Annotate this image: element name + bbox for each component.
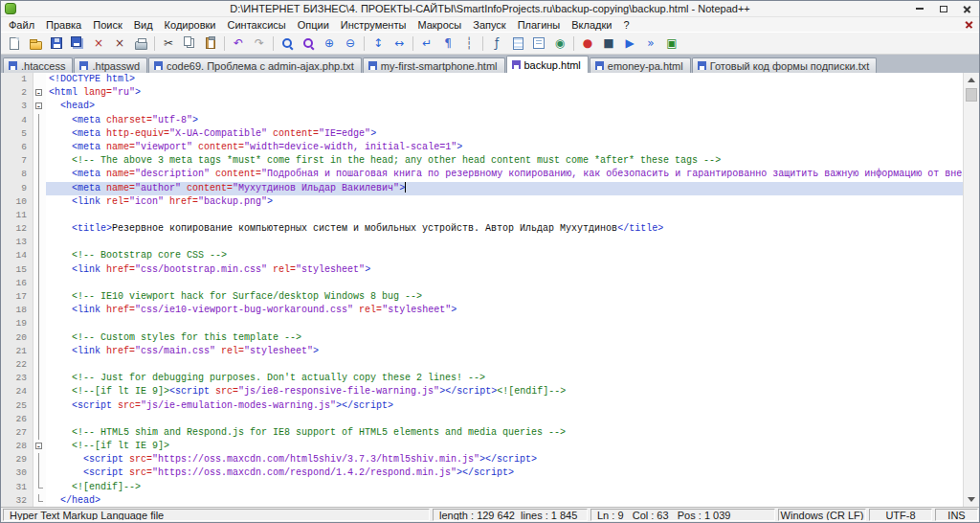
editor-line[interactable]: 10 <link rel="icon" href="backup.png"> (1, 195, 963, 209)
macro-stop-button[interactable]: ■ (599, 34, 618, 53)
status-eol-format[interactable]: Windows (CR LF) (778, 509, 866, 521)
editor-line[interactable]: 17 <!-- IE10 viewport hack for Surface/d… (1, 290, 963, 304)
show-all-chars-button[interactable]: ¶ (438, 34, 457, 53)
cut-button[interactable]: ✂ (159, 34, 178, 53)
editor-line[interactable]: 32 </head> (1, 494, 963, 507)
editor-line[interactable]: 6 <meta name="viewport" content="width=d… (1, 141, 963, 154)
fold-collapse-icon[interactable]: - (35, 102, 42, 109)
editor-line[interactable]: 21 <link href="css/main.css" rel="styles… (1, 345, 963, 358)
editor-line[interactable]: 16 (1, 277, 963, 290)
menu-tabs[interactable]: Вкладки (566, 19, 617, 31)
menu-search[interactable]: Поиск (87, 19, 127, 31)
tab-subscribe-form[interactable]: Готовый код формы подписки.txt (692, 57, 878, 73)
monitoring-button[interactable]: ◉ (550, 34, 569, 53)
status-insert-mode[interactable]: INS (935, 509, 978, 521)
function-list-button[interactable]: ƒ (487, 34, 506, 53)
fold-margin[interactable]: - (33, 100, 46, 113)
fold-collapse-icon[interactable]: - (35, 443, 42, 449)
macro-record-button[interactable]: ● (578, 34, 597, 53)
editor-line[interactable]: 24 <!--[if lt IE 9]><script src="js/ie8-… (1, 385, 963, 398)
menu-language[interactable]: Синтаксисы (222, 19, 292, 31)
macro-play-button[interactable]: ▶ (620, 34, 639, 53)
tab-code69[interactable]: code69. Проблема с admin-ajax.php.txt (148, 57, 362, 73)
editor-line[interactable]: 26 (1, 413, 963, 426)
open-folder-button[interactable] (26, 34, 45, 53)
editor[interactable]: 1<!DOCTYPE html>2-<html lang="ru">3- <he… (1, 73, 963, 507)
editor-line[interactable]: 19 (1, 317, 963, 330)
close-button[interactable]: × (89, 34, 108, 53)
editor-line[interactable]: 11 (1, 209, 963, 222)
editor-line[interactable]: 4 <meta charset="utf-8"> (1, 114, 963, 127)
editor-line[interactable]: 2-<html lang="ru"> (1, 86, 963, 100)
fold-margin[interactable]: - (33, 86, 46, 100)
macro-run-multiple-button[interactable]: » (641, 34, 660, 53)
zoom-out-button[interactable]: ⊖ (341, 34, 360, 53)
editor-line[interactable]: 31 <![endif]--> (1, 481, 963, 494)
editor-line[interactable]: 18 <link href="css/ie10-viewport-bug-wor… (1, 304, 963, 317)
doc-list-button[interactable] (529, 34, 548, 53)
tab-my-first-smartphone[interactable]: my-first-smartphone.html (363, 57, 505, 73)
menu-view[interactable]: Вид (128, 19, 159, 31)
word-wrap-button[interactable]: ↵ (417, 34, 436, 53)
menu-macro[interactable]: Макросы (412, 19, 467, 31)
tab-htpasswd[interactable]: .htpasswd (74, 57, 147, 73)
save-all-button[interactable] (68, 34, 87, 53)
close-all-button[interactable]: × (110, 34, 129, 53)
paste-button[interactable] (201, 34, 220, 53)
editor-line[interactable]: 5 <meta http-equiv="X-UA-Compatible" con… (1, 127, 963, 141)
menu-edit[interactable]: Правка (40, 19, 87, 31)
scrollbar-thumb[interactable] (966, 88, 977, 102)
editor-line[interactable]: 25 <script src="js/ie-emulation-modes-wa… (1, 399, 963, 413)
menu-tools[interactable]: Инструменты (335, 19, 412, 31)
menubar-close-button[interactable] (965, 20, 973, 29)
editor-line[interactable]: 30 <script src="https://oss.maxcdn.com/r… (1, 466, 963, 480)
editor-line[interactable]: 1<!DOCTYPE html> (1, 73, 963, 86)
menu-plugins[interactable]: Плагины (512, 19, 567, 31)
replace-button[interactable] (299, 34, 318, 53)
restore-button[interactable] (931, 1, 955, 16)
fold-margin[interactable]: - (33, 440, 46, 453)
undo-button[interactable]: ↶ (229, 34, 248, 53)
menu-encoding[interactable]: Кодировки (159, 19, 222, 31)
editor-line[interactable]: 9 <meta name="author" content="Мухутдино… (1, 182, 963, 195)
close-button[interactable] (955, 1, 979, 16)
fold-collapse-icon[interactable]: - (35, 89, 42, 96)
copy-button[interactable] (180, 34, 199, 53)
menu-settings[interactable]: Опции (292, 19, 335, 31)
menu-file[interactable]: Файл (3, 19, 40, 31)
zoom-in-button[interactable]: ⊕ (320, 34, 339, 53)
editor-line[interactable]: 15 <link href="css/bootstrap.min.css" re… (1, 263, 963, 277)
editor-line[interactable]: 13 (1, 236, 963, 249)
vertical-scrollbar[interactable] (963, 73, 979, 507)
find-button[interactable] (278, 34, 297, 53)
editor-line[interactable]: 23 <!-- Just for debugging purposes. Don… (1, 372, 963, 385)
menu-run[interactable]: Запуск (467, 19, 511, 31)
indent-guide-button[interactable]: ┆ (459, 34, 479, 53)
doc-map-button[interactable] (508, 34, 527, 53)
tab-backup[interactable]: backup.html (506, 56, 589, 73)
status-encoding[interactable]: UTF-8 (869, 509, 932, 521)
sync-horizontal-button[interactable]: ↔ (390, 34, 409, 53)
redo-button[interactable]: ↷ (250, 34, 269, 53)
editor-line[interactable]: 8 <meta name="description" content="Подр… (1, 168, 963, 181)
scroll-up-button[interactable] (964, 73, 979, 87)
editor-line[interactable]: 29 <script src="https://oss.maxcdn.com/h… (1, 453, 963, 466)
editor-line[interactable]: 20 <!-- Custom styles for this template … (1, 331, 963, 345)
editor-line[interactable]: 22 (1, 358, 963, 372)
editor-line[interactable]: 3- <head> (1, 100, 963, 113)
tab-emoney-pa[interactable]: emoney-pa.html (590, 57, 691, 73)
editor-line[interactable]: 27 <!-- HTML5 shim and Respond.js for IE… (1, 426, 963, 440)
editor-line[interactable]: 14 <!-- Bootstrap core CSS --> (1, 249, 963, 262)
editor-line[interactable]: 12 <title>Резервное копирование компьюте… (1, 222, 963, 236)
editor-line[interactable]: 28- <!--[if lt IE 9]> (1, 440, 963, 453)
macro-save-button[interactable]: ▣ (662, 34, 681, 53)
scroll-down-button[interactable] (964, 492, 979, 507)
save-button[interactable] (47, 34, 66, 53)
tab-htaccess[interactable]: .htaccess (3, 57, 73, 73)
print-button[interactable] (131, 34, 150, 53)
sync-vertical-button[interactable]: ↕ (368, 34, 388, 53)
new-file-button[interactable] (5, 34, 24, 53)
editor-line[interactable]: 7 <!-- The above 3 meta tags *must* come… (1, 154, 963, 168)
minimize-button[interactable] (907, 1, 931, 16)
menu-help[interactable]: ? (617, 19, 635, 31)
